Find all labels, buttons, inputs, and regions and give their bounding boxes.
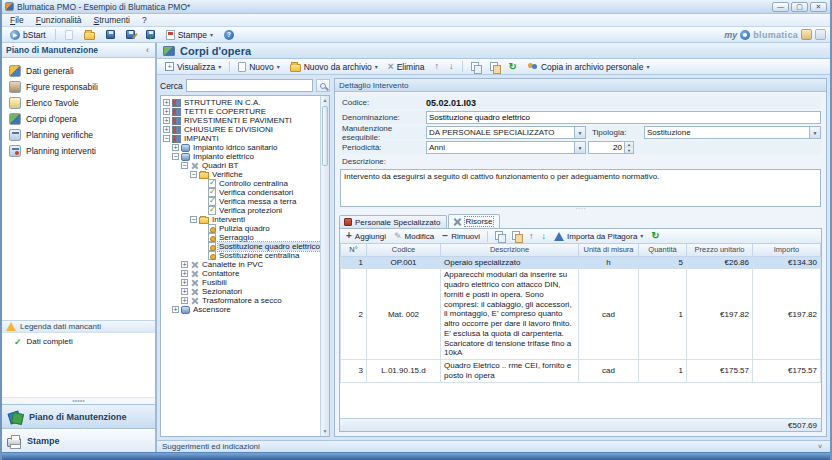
maximize-button[interactable]: ▢: [791, 2, 808, 12]
expand-icon[interactable]: +: [181, 288, 188, 295]
elimina-button[interactable]: × Elimina: [384, 61, 429, 73]
denominazione-field[interactable]: [426, 111, 821, 124]
tree-item[interactable]: +STRUTTURE IN C.A.: [163, 98, 320, 107]
expand-icon[interactable]: +: [163, 126, 170, 133]
sidebar-item-planint[interactable]: Planning interventi: [6, 143, 155, 159]
column-header[interactable]: Quantità: [639, 244, 687, 256]
manutenzione-select[interactable]: DA PERSONALE SPECIALIZZATO ▼: [426, 126, 586, 139]
user-account-icon[interactable]: [801, 29, 812, 40]
tree-item[interactable]: −Quadri BT: [163, 161, 320, 170]
menu-strumenti[interactable]: Strumenti: [88, 15, 136, 25]
tree-item[interactable]: Controllo centralina: [163, 179, 320, 188]
chevron-down-icon[interactable]: ▼: [574, 127, 585, 138]
chevron-down-icon[interactable]: ▼: [574, 142, 585, 153]
panel-splitter[interactable]: ····: [335, 207, 826, 214]
row-down-button[interactable]: ↓: [539, 232, 550, 241]
sidebar-item-general[interactable]: Dati generali: [6, 63, 155, 79]
tree-item[interactable]: −Interventi: [163, 215, 320, 224]
grid-copy-button[interactable]: [492, 231, 507, 241]
tree-item[interactable]: +Ascensore: [163, 305, 320, 314]
scroll-down-icon[interactable]: ▼: [321, 427, 329, 436]
table-row[interactable]: 1OP.001Operaio specializzatoh5€26.86€134…: [341, 256, 821, 269]
stampe-button[interactable]: Stampe ▾: [162, 29, 217, 41]
open-button[interactable]: [80, 29, 99, 41]
section-fan[interactable]: Piano di Manutenzione: [2, 404, 155, 428]
scroll-thumb[interactable]: [322, 106, 328, 166]
collapse-icon[interactable]: −: [190, 216, 197, 223]
search-button[interactable]: [316, 79, 330, 92]
tree-item[interactable]: Verifica protezioni: [163, 206, 320, 215]
bstart-button[interactable]: ▶ bStart: [6, 29, 50, 41]
tree-item[interactable]: Verifica condensatori: [163, 188, 320, 197]
close-button[interactable]: ✕: [810, 2, 827, 12]
expand-icon[interactable]: +: [181, 297, 188, 304]
chevron-down-icon[interactable]: ▼: [809, 127, 820, 138]
periodicita-select[interactable]: Anni ▼: [426, 141, 586, 154]
sidebar-item-planver[interactable]: Planning verifiche: [6, 127, 155, 143]
tree-item[interactable]: −IMPIANTI: [163, 134, 320, 143]
collapse-icon[interactable]: −: [172, 153, 179, 160]
search-input[interactable]: [186, 79, 313, 92]
collapse-icon[interactable]: −: [163, 135, 170, 142]
menu-funzionalit[interactable]: Funzionalità: [30, 15, 88, 25]
grid-refresh-button[interactable]: ↻: [648, 231, 662, 241]
column-header[interactable]: Codice: [367, 244, 441, 256]
expand-icon[interactable]: +: [172, 306, 179, 313]
column-header[interactable]: Unità di misura: [579, 244, 639, 256]
tree-item[interactable]: Pulizia quadro: [163, 224, 320, 233]
tree-item[interactable]: +TETTI E COPERTURE: [163, 107, 320, 116]
nuovo-da-archivio-button[interactable]: Nuovo da archivio ▾: [286, 61, 382, 73]
paste-button[interactable]: [486, 61, 503, 73]
tree-item[interactable]: +Sezionatori: [163, 287, 320, 296]
column-header[interactable]: Importo: [753, 244, 821, 256]
tree-item[interactable]: +CHIUSURE E DIVISIONI: [163, 125, 320, 134]
nuovo-button[interactable]: Nuovo ▾: [234, 61, 284, 73]
periodicita-spinner[interactable]: ▲▼: [588, 141, 634, 154]
expand-icon[interactable]: +: [181, 261, 188, 268]
tree-item[interactable]: +Trasformatore a secco: [163, 296, 320, 305]
tab-personale-specializzato[interactable]: Personale Specializzato: [339, 215, 447, 228]
aggiungi-button[interactable]: + Aggiungi: [343, 231, 389, 241]
help-button[interactable]: ?: [220, 29, 238, 41]
expand-icon[interactable]: +: [163, 99, 170, 106]
column-header[interactable]: Prezzo unitario: [687, 244, 753, 256]
menu-help[interactable]: ?: [136, 15, 153, 25]
expand-icon[interactable]: +: [163, 117, 170, 124]
tree-item[interactable]: Sostituzione quadro elettrico: [163, 242, 320, 251]
refresh-button[interactable]: ↻: [505, 61, 521, 73]
modifica-button[interactable]: ✎ Modifica: [391, 232, 437, 241]
expand-icon[interactable]: +: [163, 108, 170, 115]
rimuovi-button[interactable]: − Rimuovi: [439, 231, 483, 241]
apps-grid-icon[interactable]: [815, 29, 826, 40]
expand-icon[interactable]: +: [172, 144, 179, 151]
collapse-icon[interactable]: −: [190, 171, 197, 178]
descrizione-field[interactable]: Intervento da eseguirsi a seguito di cat…: [340, 169, 821, 207]
tree-scrollbar[interactable]: ▲ ▼: [320, 96, 329, 436]
move-down-button[interactable]: ↓: [445, 61, 458, 72]
minimize-button[interactable]: —: [772, 2, 789, 12]
tree-item[interactable]: +Canalette in PVC: [163, 260, 320, 269]
save-button[interactable]: [102, 29, 119, 40]
expand-icon[interactable]: +: [181, 270, 188, 277]
tree-item[interactable]: Verifica messa a terra: [163, 197, 320, 206]
tree-item[interactable]: +Fusibili: [163, 278, 320, 287]
new-document-button[interactable]: [61, 29, 77, 41]
column-header[interactable]: N°: [341, 244, 367, 256]
tab-risorse[interactable]: Risorse: [448, 214, 499, 228]
sidebar-item-figures[interactable]: Figure responsabili: [6, 79, 155, 95]
collapse-icon[interactable]: −: [181, 162, 188, 169]
statusbar-chevron-icon[interactable]: ˅: [815, 443, 825, 450]
sidebar-splitter[interactable]: •••••: [2, 397, 155, 404]
tree-item[interactable]: +Contattore: [163, 269, 320, 278]
sidebar-item-corpi[interactable]: Corpi d'opera: [6, 111, 155, 127]
tree-item[interactable]: +Impianto idrico sanitario: [163, 143, 320, 152]
sidebar-item-tavole[interactable]: Elenco Tavole: [6, 95, 155, 111]
collapse-sidebar-button[interactable]: ‹: [144, 45, 151, 55]
tree-item[interactable]: Serraggio: [163, 233, 320, 242]
periodicita-value-field[interactable]: [589, 142, 624, 153]
menu-file[interactable]: File: [4, 15, 30, 25]
tipologia-select[interactable]: Sostituzione ▼: [644, 126, 821, 139]
copy-button[interactable]: [467, 61, 484, 73]
table-row[interactable]: 3L.01.90.15.dQuadro Eletrico .. rme CEI,…: [341, 360, 821, 383]
row-up-button[interactable]: ↑: [526, 232, 537, 241]
